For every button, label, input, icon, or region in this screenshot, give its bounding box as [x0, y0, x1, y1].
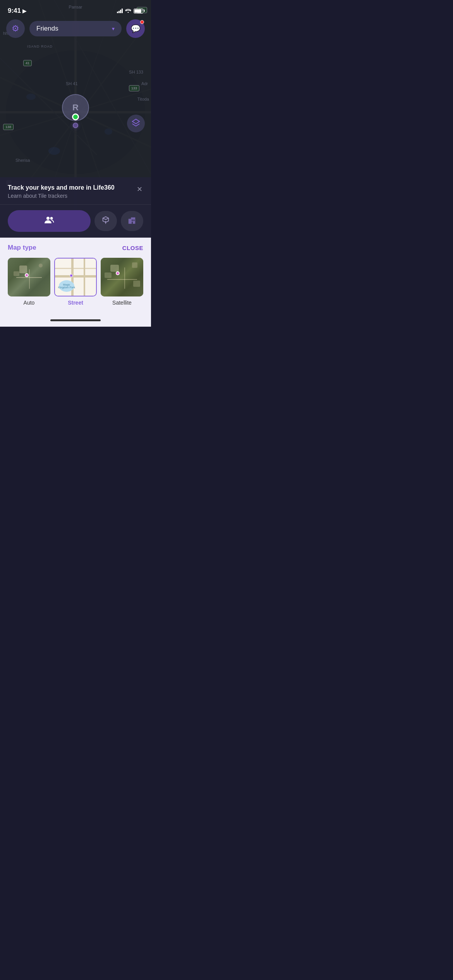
tab-people[interactable] [8, 210, 91, 232]
svg-rect-22 [134, 219, 135, 221]
svg-point-17 [46, 217, 50, 220]
signal-bars [117, 9, 123, 13]
street-label: Street [68, 300, 83, 306]
settings-gear-icon: ⚙ [12, 24, 19, 34]
settings-button[interactable]: ⚙ [6, 19, 25, 38]
status-bar: 9:41 ▶ [0, 0, 151, 17]
messages-button[interactable]: 💬 [126, 19, 145, 38]
svg-rect-20 [131, 217, 135, 224]
map-type-options: Auto MagicKingdom Park [8, 258, 143, 306]
map-type-street[interactable]: MagicKingdom Park Street [54, 258, 97, 306]
tile-banner-content: Track your keys and more in Life360 Lear… [8, 184, 115, 199]
map-type-close-button[interactable]: CLOSE [122, 245, 143, 251]
auto-thumbnail [8, 258, 50, 296]
street-thumbnail: MagicKingdom Park [54, 258, 97, 296]
marker-pin-dot [73, 123, 78, 128]
wifi-icon [125, 8, 131, 14]
messages-icon: 💬 [131, 24, 141, 33]
satellite-thumb-bg [101, 258, 143, 296]
tile-banner-close-button[interactable]: ✕ [136, 184, 143, 194]
svg-rect-21 [132, 219, 133, 221]
home-bar [50, 319, 101, 321]
nav-tabs [0, 205, 151, 238]
auto-label: Auto [24, 300, 35, 306]
people-icon [44, 216, 54, 226]
battery-icon [134, 9, 143, 14]
tile-banner-subtitle: Learn about Tile trackers [8, 193, 115, 199]
street-thumb-bg: MagicKingdom Park [55, 259, 96, 296]
tile-banner-title: Track your keys and more in Life360 [8, 184, 115, 191]
satellite-thumbnail [101, 258, 143, 296]
notification-badge [140, 20, 144, 24]
home-indicator [0, 314, 151, 327]
location-arrow-icon: ▶ [22, 8, 26, 14]
status-right [117, 8, 143, 14]
svg-marker-15 [132, 119, 139, 123]
svg-rect-19 [129, 219, 131, 224]
battery-fill [134, 9, 141, 13]
green-location-marker [72, 113, 79, 120]
tab-places[interactable] [121, 211, 143, 231]
places-icon [128, 216, 136, 226]
friends-label: Friends [36, 25, 58, 33]
tile-icon [101, 216, 110, 226]
map-type-section: Map type CLOSE A [0, 238, 151, 314]
layer-button[interactable] [127, 115, 145, 132]
bottom-panel: Track your keys and more in Life360 Lear… [0, 177, 151, 327]
map-type-satellite[interactable]: Satellite [101, 258, 143, 306]
signal-bar-2 [118, 11, 120, 13]
signal-bar-1 [117, 12, 118, 13]
layers-icon [132, 118, 140, 129]
top-controls: ⚙ Friends ▾ 💬 [0, 19, 151, 38]
tab-tile[interactable] [94, 211, 117, 231]
friends-dropdown[interactable]: Friends ▾ [29, 21, 122, 36]
signal-bar-4 [122, 9, 123, 13]
tile-tracker-banner: Track your keys and more in Life360 Lear… [0, 177, 151, 205]
marker-pin [73, 123, 78, 128]
status-time: 9:41 ▶ [8, 7, 26, 15]
green-dot [72, 113, 79, 120]
auto-thumb-bg [8, 258, 50, 296]
map-type-auto[interactable]: Auto [8, 258, 50, 306]
satellite-label: Satellite [112, 300, 132, 306]
map-type-header: Map type CLOSE [8, 244, 143, 252]
map-type-title: Map type [8, 244, 36, 252]
clock: 9:41 [8, 7, 21, 15]
svg-point-18 [50, 217, 53, 220]
signal-bar-3 [120, 10, 121, 13]
chevron-down-icon: ▾ [112, 26, 115, 32]
svg-rect-23 [132, 221, 133, 224]
